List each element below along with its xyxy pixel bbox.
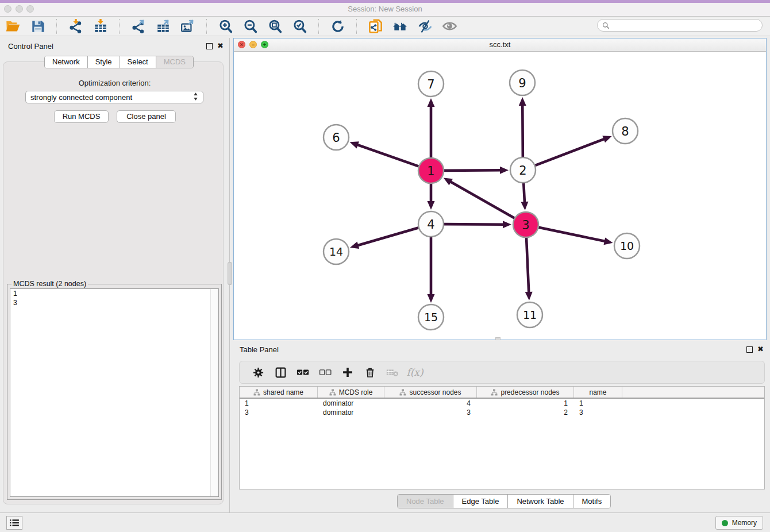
table-cell[interactable]: 1 <box>477 399 574 408</box>
graph-node-label: 10 <box>620 240 634 252</box>
export-image-icon[interactable] <box>180 18 195 34</box>
graph-edge-3-1[interactable] <box>449 181 514 218</box>
import-network-icon[interactable] <box>68 18 83 34</box>
graph-edge-2-3[interactable] <box>523 183 525 204</box>
table-cell[interactable]: 3 <box>240 408 318 417</box>
search-box[interactable] <box>597 19 763 32</box>
task-history-button[interactable] <box>6 516 22 530</box>
control-panel: Control Panel ✖ NetworkStyleSelectMCDS O… <box>0 38 230 512</box>
table-row[interactable]: 1dominator411 <box>240 399 764 408</box>
graph-node-11[interactable]: 11 <box>517 302 542 327</box>
graph-edge-2-8[interactable] <box>535 138 606 165</box>
show-all-networks-icon[interactable] <box>392 18 408 34</box>
column-header-successor-nodes[interactable]: successor nodes <box>384 387 477 398</box>
result-scrollbar[interactable] <box>210 289 218 496</box>
network-canvas[interactable]: 1234678910111415 <box>234 51 766 340</box>
graph-edge-4-3[interactable] <box>444 224 505 225</box>
show-style-icon[interactable] <box>417 18 433 34</box>
zoom-selected-icon[interactable] <box>292 18 307 34</box>
graph-edge-4-14[interactable] <box>356 228 418 246</box>
graph-edge-arrowhead <box>604 237 613 245</box>
graph-node-label: 4 <box>427 218 434 232</box>
graph-edge-3-11[interactable] <box>526 238 529 294</box>
save-session-icon[interactable] <box>30 18 45 34</box>
graph-node-1[interactable]: 1 <box>418 158 444 183</box>
table-cell[interactable]: 1 <box>574 399 622 408</box>
graph-edge-3-10[interactable] <box>539 228 607 242</box>
open-session-icon[interactable] <box>5 18 21 34</box>
column-header-mcds-role[interactable]: MCDS role <box>318 387 384 398</box>
network-window-titlebar[interactable]: ✕ − + scc.txt <box>234 38 766 52</box>
toolbar-separator <box>56 19 57 34</box>
maximize-view-icon[interactable]: + <box>261 41 268 48</box>
graph-node-label: 1 <box>427 164 434 178</box>
graph-edge-2-9[interactable] <box>522 103 523 157</box>
graph-edge-1-2[interactable] <box>444 170 502 171</box>
table-cell[interactable]: 4 <box>384 399 477 408</box>
graph-node-15[interactable]: 15 <box>418 304 444 330</box>
toolbar-separator <box>318 19 319 34</box>
graph-node-3[interactable]: 3 <box>513 212 538 237</box>
tab-node-table[interactable]: Node Table <box>398 495 453 508</box>
table-cell[interactable]: dominator <box>318 399 384 408</box>
toolbar-separator <box>356 19 357 34</box>
minimize-view-icon[interactable]: − <box>249 41 257 48</box>
close-table-panel-icon[interactable]: ✖ <box>757 345 764 353</box>
clone-network-icon[interactable] <box>368 18 383 34</box>
float-panel-icon[interactable] <box>206 43 213 49</box>
search-icon <box>602 22 610 29</box>
graph-node-9[interactable]: 9 <box>510 70 535 95</box>
table-cell[interactable]: 2 <box>477 408 574 417</box>
table-cell[interactable]: 3 <box>384 408 477 417</box>
tab-network-table[interactable]: Network Table <box>507 495 572 508</box>
table-cell[interactable]: 1 <box>240 399 318 408</box>
zoom-in-icon[interactable] <box>218 18 233 34</box>
zoom-out-icon[interactable] <box>242 18 258 34</box>
export-table-icon[interactable] <box>155 18 171 34</box>
table-toolbar: f(x) <box>239 361 765 384</box>
select-all-checkboxes-icon[interactable] <box>296 365 310 379</box>
column-header-name[interactable]: name <box>574 387 622 398</box>
graph-node-8[interactable]: 8 <box>613 118 638 144</box>
graph-edge-1-6[interactable] <box>356 144 418 166</box>
refresh-layout-icon[interactable] <box>330 18 345 34</box>
graph-edge-arrowhead <box>503 221 511 228</box>
graph-node-6[interactable]: 6 <box>324 125 349 150</box>
zoom-fit-icon[interactable] <box>267 18 283 34</box>
delete-column-icon[interactable] <box>363 365 377 379</box>
add-column-icon[interactable] <box>341 365 355 379</box>
float-table-panel-icon[interactable] <box>746 346 753 353</box>
table-cell[interactable]: dominator <box>318 408 384 417</box>
deselect-all-checkboxes-icon[interactable] <box>318 365 332 379</box>
export-network-icon[interactable] <box>130 18 146 34</box>
column-header-predecessor-nodes[interactable]: predecessor nodes <box>477 387 574 398</box>
tab-edge-table[interactable]: Edge Table <box>453 495 508 508</box>
split-columns-icon[interactable] <box>274 365 287 379</box>
close-view-icon[interactable]: ✕ <box>238 41 245 48</box>
table-row[interactable]: 3dominator323 <box>240 408 764 417</box>
graph-node-2[interactable]: 2 <box>510 157 536 183</box>
tab-motifs[interactable]: Motifs <box>573 495 611 508</box>
show-hide-graphics-icon[interactable] <box>442 18 457 34</box>
graph-edge-arrowhead <box>428 294 435 303</box>
graph-node-label: 3 <box>522 218 529 232</box>
graph-node-7[interactable]: 7 <box>418 71 444 97</box>
panel-split-grip[interactable] <box>228 262 232 285</box>
column-header-shared-name[interactable]: shared name <box>240 387 318 398</box>
search-input[interactable] <box>613 21 757 30</box>
graph-edge-arrowhead <box>350 141 359 148</box>
import-table-icon[interactable] <box>93 18 108 34</box>
close-panel-icon[interactable]: ✖ <box>217 41 224 50</box>
window-titlebar: Session: New Session <box>0 0 770 17</box>
table-tabs: Node TableEdge TableNetwork TableMotifs <box>397 494 611 508</box>
gear-icon[interactable] <box>251 365 265 379</box>
column-header-label: shared name <box>263 388 303 396</box>
table-cell[interactable]: 3 <box>574 408 622 417</box>
column-header-label: MCDS role <box>339 388 373 396</box>
mcds-result-text[interactable]: 13 <box>10 288 219 497</box>
graph-node-4[interactable]: 4 <box>418 211 444 237</box>
graph-edge-arrowhead <box>350 242 359 249</box>
graph-node-10[interactable]: 10 <box>614 233 640 259</box>
graph-node-14[interactable]: 14 <box>324 239 349 264</box>
memory-button[interactable]: Memory <box>715 516 763 530</box>
